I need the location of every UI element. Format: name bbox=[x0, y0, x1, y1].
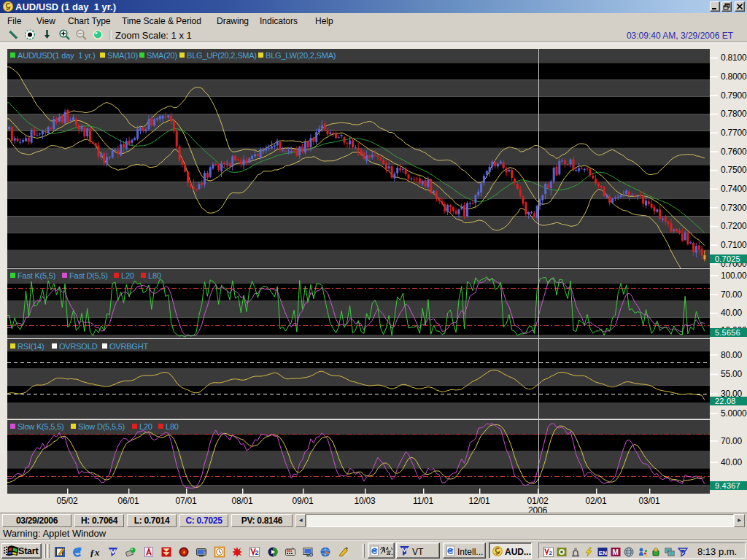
svg-text:M: M bbox=[613, 548, 619, 556]
svg-text:EN: EN bbox=[599, 550, 607, 556]
svg-text:ƒx: ƒx bbox=[90, 547, 100, 558]
svg-text:2: 2 bbox=[255, 549, 259, 556]
svg-text:881: 881 bbox=[287, 549, 293, 553]
svg-text:2: 2 bbox=[549, 550, 553, 556]
